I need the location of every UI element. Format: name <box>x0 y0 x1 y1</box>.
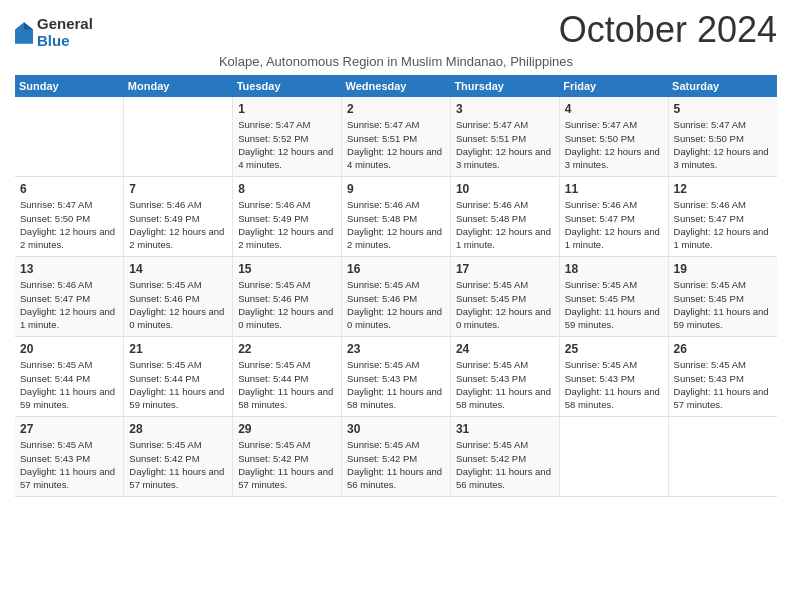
day-info: Sunrise: 5:45 AM <box>20 438 118 451</box>
day-info: Sunset: 5:50 PM <box>20 212 118 225</box>
calendar-cell <box>15 97 124 176</box>
day-info: Sunset: 5:47 PM <box>565 212 663 225</box>
day-info: Daylight: 11 hours and 57 minutes. <box>129 465 227 492</box>
day-number: 10 <box>456 181 554 198</box>
calendar-cell: 13Sunrise: 5:46 AMSunset: 5:47 PMDayligh… <box>15 256 124 336</box>
day-number: 23 <box>347 341 445 358</box>
calendar-cell: 2Sunrise: 5:47 AMSunset: 5:51 PMDaylight… <box>342 97 451 176</box>
calendar-cell: 30Sunrise: 5:45 AMSunset: 5:42 PMDayligh… <box>342 416 451 496</box>
calendar-cell: 12Sunrise: 5:46 AMSunset: 5:47 PMDayligh… <box>668 176 777 256</box>
day-info: Sunrise: 5:45 AM <box>456 358 554 371</box>
subtitle: Kolape, Autonomous Region in Muslim Mind… <box>15 54 777 69</box>
week-row-5: 27Sunrise: 5:45 AMSunset: 5:43 PMDayligh… <box>15 416 777 496</box>
day-info: Sunset: 5:45 PM <box>456 292 554 305</box>
day-info: Sunrise: 5:47 AM <box>347 118 445 131</box>
day-info: Sunrise: 5:45 AM <box>456 438 554 451</box>
day-header-row: SundayMondayTuesdayWednesdayThursdayFrid… <box>15 75 777 97</box>
calendar-cell: 16Sunrise: 5:45 AMSunset: 5:46 PMDayligh… <box>342 256 451 336</box>
day-info: Sunset: 5:50 PM <box>674 132 772 145</box>
day-info: Daylight: 12 hours and 1 minute. <box>674 225 772 252</box>
day-number: 7 <box>129 181 227 198</box>
day-info: Sunset: 5:42 PM <box>347 452 445 465</box>
day-info: Daylight: 12 hours and 0 minutes. <box>347 305 445 332</box>
day-number: 21 <box>129 341 227 358</box>
day-info: Sunrise: 5:45 AM <box>129 358 227 371</box>
day-number: 24 <box>456 341 554 358</box>
day-number: 20 <box>20 341 118 358</box>
logo: General Blue <box>15 16 93 49</box>
day-info: Sunrise: 5:46 AM <box>565 198 663 211</box>
day-info: Sunset: 5:42 PM <box>129 452 227 465</box>
calendar-cell <box>124 97 233 176</box>
day-number: 26 <box>674 341 772 358</box>
day-info: Daylight: 12 hours and 2 minutes. <box>238 225 336 252</box>
day-info: Sunrise: 5:45 AM <box>129 438 227 451</box>
day-info: Daylight: 11 hours and 58 minutes. <box>565 385 663 412</box>
day-number: 27 <box>20 421 118 438</box>
day-info: Sunrise: 5:45 AM <box>347 358 445 371</box>
svg-marker-1 <box>24 22 33 29</box>
day-info: Sunrise: 5:46 AM <box>129 198 227 211</box>
calendar-cell: 9Sunrise: 5:46 AMSunset: 5:48 PMDaylight… <box>342 176 451 256</box>
header-monday: Monday <box>124 75 233 97</box>
day-info: Sunset: 5:43 PM <box>347 372 445 385</box>
day-number: 25 <box>565 341 663 358</box>
logo-blue: Blue <box>37 32 70 49</box>
day-info: Sunrise: 5:45 AM <box>347 278 445 291</box>
day-info: Daylight: 11 hours and 59 minutes. <box>129 385 227 412</box>
day-info: Sunset: 5:43 PM <box>565 372 663 385</box>
day-info: Sunrise: 5:45 AM <box>674 278 772 291</box>
calendar-cell: 26Sunrise: 5:45 AMSunset: 5:43 PMDayligh… <box>668 336 777 416</box>
day-info: Daylight: 12 hours and 0 minutes. <box>129 305 227 332</box>
logo-general: General <box>37 15 93 32</box>
header: General Blue October 2024 <box>15 10 777 50</box>
day-info: Daylight: 11 hours and 57 minutes. <box>20 465 118 492</box>
day-info: Sunset: 5:51 PM <box>456 132 554 145</box>
day-number: 28 <box>129 421 227 438</box>
calendar-cell: 22Sunrise: 5:45 AMSunset: 5:44 PMDayligh… <box>233 336 342 416</box>
day-info: Sunset: 5:43 PM <box>456 372 554 385</box>
calendar-cell: 29Sunrise: 5:45 AMSunset: 5:42 PMDayligh… <box>233 416 342 496</box>
calendar-cell: 15Sunrise: 5:45 AMSunset: 5:46 PMDayligh… <box>233 256 342 336</box>
day-info: Daylight: 12 hours and 1 minute. <box>456 225 554 252</box>
header-friday: Friday <box>559 75 668 97</box>
day-number: 22 <box>238 341 336 358</box>
day-info: Daylight: 11 hours and 56 minutes. <box>456 465 554 492</box>
day-info: Sunrise: 5:45 AM <box>238 358 336 371</box>
day-number: 4 <box>565 101 663 118</box>
day-info: Daylight: 12 hours and 4 minutes. <box>347 145 445 172</box>
day-info: Sunrise: 5:45 AM <box>20 358 118 371</box>
day-info: Sunrise: 5:47 AM <box>20 198 118 211</box>
day-number: 30 <box>347 421 445 438</box>
calendar-cell: 20Sunrise: 5:45 AMSunset: 5:44 PMDayligh… <box>15 336 124 416</box>
day-number: 13 <box>20 261 118 278</box>
calendar-table: SundayMondayTuesdayWednesdayThursdayFrid… <box>15 75 777 497</box>
day-number: 6 <box>20 181 118 198</box>
day-number: 1 <box>238 101 336 118</box>
calendar-cell: 5Sunrise: 5:47 AMSunset: 5:50 PMDaylight… <box>668 97 777 176</box>
calendar-cell: 19Sunrise: 5:45 AMSunset: 5:45 PMDayligh… <box>668 256 777 336</box>
day-info: Sunset: 5:44 PM <box>20 372 118 385</box>
day-info: Sunrise: 5:45 AM <box>565 278 663 291</box>
calendar-cell: 7Sunrise: 5:46 AMSunset: 5:49 PMDaylight… <box>124 176 233 256</box>
day-info: Sunrise: 5:45 AM <box>456 278 554 291</box>
day-info: Sunrise: 5:46 AM <box>20 278 118 291</box>
day-number: 15 <box>238 261 336 278</box>
calendar-cell: 1Sunrise: 5:47 AMSunset: 5:52 PMDaylight… <box>233 97 342 176</box>
calendar-cell <box>668 416 777 496</box>
day-info: Sunset: 5:52 PM <box>238 132 336 145</box>
day-info: Sunset: 5:44 PM <box>238 372 336 385</box>
week-row-2: 6Sunrise: 5:47 AMSunset: 5:50 PMDaylight… <box>15 176 777 256</box>
day-info: Daylight: 12 hours and 2 minutes. <box>20 225 118 252</box>
logo-icon <box>15 22 33 44</box>
day-info: Daylight: 12 hours and 2 minutes. <box>347 225 445 252</box>
day-info: Sunrise: 5:47 AM <box>674 118 772 131</box>
calendar-cell: 27Sunrise: 5:45 AMSunset: 5:43 PMDayligh… <box>15 416 124 496</box>
day-info: Sunset: 5:44 PM <box>129 372 227 385</box>
calendar-cell: 14Sunrise: 5:45 AMSunset: 5:46 PMDayligh… <box>124 256 233 336</box>
day-info: Sunrise: 5:47 AM <box>565 118 663 131</box>
day-number: 11 <box>565 181 663 198</box>
day-info: Sunset: 5:51 PM <box>347 132 445 145</box>
day-info: Daylight: 12 hours and 3 minutes. <box>456 145 554 172</box>
day-info: Sunset: 5:47 PM <box>20 292 118 305</box>
